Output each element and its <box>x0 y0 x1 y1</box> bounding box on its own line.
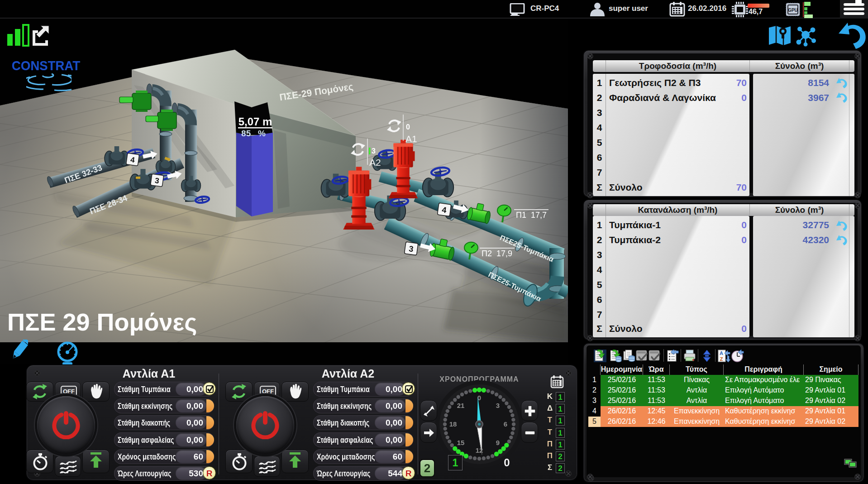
svg-text:9: 9 <box>496 439 500 446</box>
svg-text:85 %: 85 % <box>241 129 266 138</box>
svg-text:18: 18 <box>449 420 457 428</box>
svg-text:Π2 17,9: Π2 17,9 <box>482 249 512 258</box>
svg-text:3: 3 <box>372 147 376 155</box>
svg-text:0: 0 <box>406 123 410 131</box>
svg-text:A: A <box>720 350 723 356</box>
svg-text:6: 6 <box>504 420 507 428</box>
svg-text:3: 3 <box>496 402 500 409</box>
svg-text:A1: A1 <box>405 134 417 144</box>
svg-text:GPU: GPU <box>788 8 798 13</box>
svg-text:5,07 m: 5,07 m <box>238 115 272 128</box>
svg-text:A2: A2 <box>369 157 381 168</box>
svg-text:15: 15 <box>457 439 465 446</box>
svg-text:21: 21 <box>457 402 465 409</box>
svg-text:Π1 17,7: Π1 17,7 <box>516 211 547 220</box>
svg-text:ΠΣΕ 29 Πομόνες: ΠΣΕ 29 Πομόνες <box>7 308 197 336</box>
svg-text:Z: Z <box>720 356 723 362</box>
